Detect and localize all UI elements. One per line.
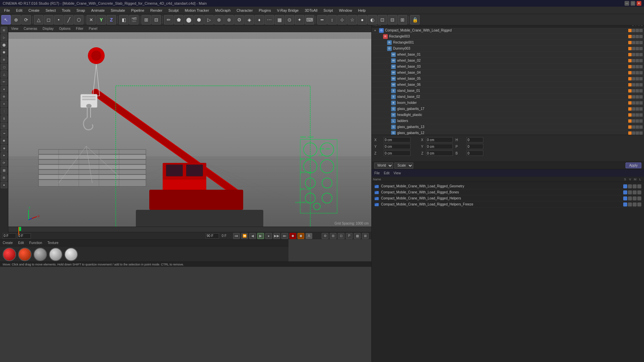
object-row-rectangle003[interactable]: R Rectangle003 <box>372 34 644 40</box>
go-end-button[interactable]: ⏭ <box>281 233 288 239</box>
apply-button[interactable]: Apply <box>626 163 641 168</box>
menu-item-sculpt[interactable]: Sculpt <box>166 8 181 13</box>
menu-item-file[interactable]: File <box>1 8 13 13</box>
viewport-panel-menu[interactable]: Panel <box>89 27 98 31</box>
file-header-file[interactable]: File <box>374 171 380 175</box>
diamond2-button[interactable]: ♦ <box>255 15 264 24</box>
prev-frame-button[interactable]: ◀ <box>249 233 256 239</box>
move-tool-button[interactable]: ↖ <box>1 15 11 24</box>
z-axis-button[interactable]: Z <box>107 15 116 24</box>
texture-mode-button[interactable]: ◻ <box>44 15 53 24</box>
timeline-last-button[interactable]: ⊠ <box>362 233 369 239</box>
snap-button[interactable]: ⊞ <box>142 15 151 24</box>
left-tool-11[interactable]: ≡ <box>1 101 7 107</box>
circle3-button[interactable]: ● <box>358 15 367 24</box>
left-tool-7[interactable]: △ <box>1 71 7 78</box>
auto-key-button[interactable]: A <box>306 233 312 239</box>
z-position-input[interactable] <box>384 150 411 156</box>
left-tool-18[interactable]: ✦ <box>1 152 7 159</box>
render-button[interactable]: 🎬 <box>129 15 139 24</box>
object-row-glass_gabarits_12[interactable]: G glass_gabarits_12 <box>372 130 644 135</box>
menu-item-render[interactable]: Render <box>148 8 165 13</box>
object-row-stand_base_01[interactable]: S stand_base_01 <box>372 88 644 94</box>
b-input[interactable] <box>467 150 483 156</box>
menu-item-3dtoall[interactable]: 3DToAll <box>302 8 320 13</box>
left-tool-5[interactable]: ⊕ <box>1 56 7 63</box>
left-tool-12[interactable]: ⋮ <box>1 108 7 115</box>
left-tool-3[interactable]: ⬤ <box>1 42 7 48</box>
go-start-button[interactable]: ⏮ <box>233 233 240 239</box>
z-size-input[interactable] <box>426 150 453 156</box>
mat-function-tab[interactable]: Function <box>29 241 42 245</box>
object-row-dummy003[interactable]: D Dummy003 <box>372 46 644 52</box>
object-row-wheel_base_01[interactable]: W wheel_base_01 <box>372 52 644 58</box>
menu-item-snap[interactable]: Snap <box>74 8 88 13</box>
brush-button[interactable]: ✏ <box>164 15 173 24</box>
menu-item-edit[interactable]: Edit <box>13 8 25 13</box>
object-row-wheel_base_04[interactable]: W wheel_base_04 <box>372 70 644 76</box>
left-tool-4[interactable]: ⬢ <box>1 49 7 56</box>
object-row-glass_gabarits_13[interactable]: G glass_gabarits_13 <box>372 124 644 130</box>
left-tool-16[interactable]: ✱ <box>1 137 7 144</box>
y-axis-button[interactable]: Y <box>97 15 106 24</box>
left-tool-6[interactable]: ◻ <box>1 64 7 70</box>
object-row-wheel_base_05[interactable]: W wheel_base_05 <box>372 76 644 82</box>
render-settings-button[interactable]: ◧ <box>119 15 128 24</box>
x-size-input[interactable] <box>426 137 453 142</box>
left-tool-10[interactable]: ⊗ <box>1 93 7 100</box>
menu-item-tools[interactable]: Tools <box>59 8 73 13</box>
cross-button[interactable]: ⊹ <box>337 15 347 24</box>
star2-button[interactable]: ☆ <box>347 15 357 24</box>
timeline-playhead[interactable] <box>18 227 19 235</box>
x-position-input[interactable] <box>384 137 411 142</box>
object-row-compact_mobile_crane_with_load_rigged[interactable]: ▾ G Compact_Mobile_Crane_With_Load_Rigge… <box>372 27 644 34</box>
mat-edit-tab[interactable]: Edit <box>18 241 24 245</box>
menu-item-simulate[interactable]: Simulate <box>108 8 128 13</box>
left-tool-15[interactable]: ━ <box>1 130 7 137</box>
square-button[interactable]: ⊡ <box>378 15 387 24</box>
minimize-button[interactable]: ─ <box>625 1 629 6</box>
star-button[interactable]: ✦ <box>295 15 304 24</box>
left-tool-22[interactable]: ● <box>1 182 7 188</box>
diamond-button[interactable]: ◈ <box>245 15 254 24</box>
menu-item-select[interactable]: Select <box>43 8 59 13</box>
half-circle-button[interactable]: ◐ <box>368 15 377 24</box>
left-tool-17[interactable]: ◈ <box>1 145 7 152</box>
play-p-button[interactable]: P <box>346 233 353 239</box>
expand-0[interactable]: ▾ <box>374 29 378 32</box>
lock-button[interactable]: 🔒 <box>410 15 420 24</box>
left-tool-19[interactable]: ⟳ <box>1 160 7 166</box>
menu-item-plugins[interactable]: Plugins <box>256 8 274 13</box>
y-size-input[interactable] <box>426 144 453 149</box>
start-frame-input[interactable] <box>3 233 16 239</box>
gear-btn[interactable]: ⚙ <box>234 15 244 24</box>
maximize-button[interactable]: □ <box>631 1 635 6</box>
world-select[interactable]: World Local <box>374 163 393 169</box>
viewport-filter-menu[interactable]: Filter <box>76 27 83 31</box>
point-mode-button[interactable]: • <box>54 15 63 24</box>
minus-button[interactable]: ⊟ <box>388 15 397 24</box>
file-row-2[interactable]: Compact_Mobile_Crane_With_Load_Rigged_He… <box>373 195 643 201</box>
left-tool-9[interactable]: ♦ <box>1 86 7 93</box>
mat-create-tab[interactable]: Create <box>3 241 13 245</box>
timeline-extra2-button[interactable]: ⊡ <box>338 233 344 239</box>
edge-mode-button[interactable]: ╱ <box>64 15 73 24</box>
object-row-stand_base_02[interactable]: S stand_base_02 <box>372 94 644 100</box>
object-row-wheel_base_03[interactable]: W wheel_base_03 <box>372 64 644 70</box>
line-button[interactable]: ━ <box>317 15 327 24</box>
timeline-settings-button[interactable]: ⚙ <box>322 233 328 239</box>
timeline-extra-button[interactable]: ⊞ <box>330 233 336 239</box>
menu-item-v-ray-bridge[interactable]: V-Ray Bridge <box>274 8 302 13</box>
left-tool-1[interactable]: ⊞ <box>1 27 7 34</box>
enable-axis-button[interactable]: ⊟ <box>152 15 161 24</box>
object-row-headlight_plastic[interactable]: H headlight_plastic <box>372 112 644 118</box>
record-button[interactable]: ⏺ <box>289 233 296 239</box>
menu-item-animate[interactable]: Animate <box>89 8 107 13</box>
left-tool-14[interactable]: ⊙ <box>1 123 7 129</box>
object-row-boom_holder[interactable]: B boom_holder <box>372 100 644 106</box>
play-forward-button[interactable]: ▸ <box>265 233 272 239</box>
scale-tool-button[interactable]: ⊕ <box>11 15 21 24</box>
menu-item-motion-tracker[interactable]: Motion Tracker <box>182 8 212 13</box>
menu-item-window[interactable]: Window <box>336 8 355 13</box>
file-row-1[interactable]: Compact_Mobile_Crane_With_Load_Rigged_Bo… <box>373 189 643 195</box>
